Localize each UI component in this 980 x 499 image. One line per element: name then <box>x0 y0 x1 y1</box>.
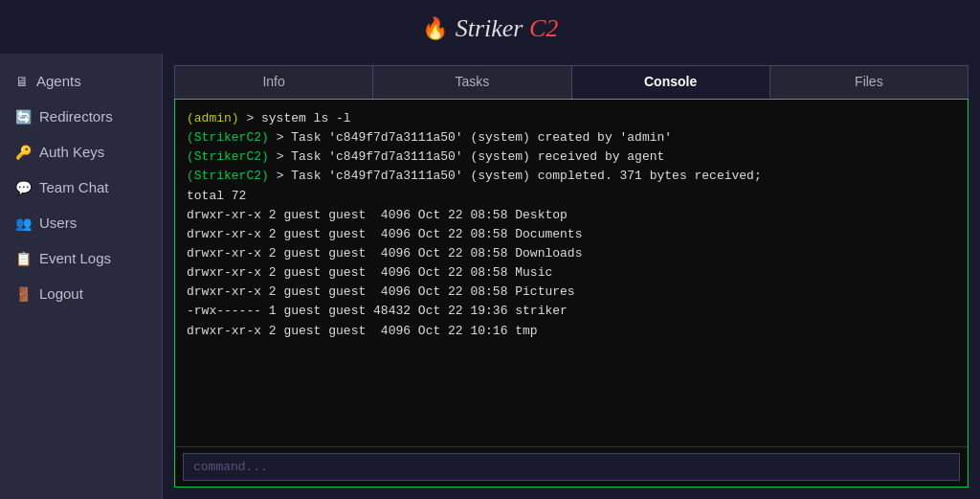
sidebar-item-logout[interactable]: 🚪Logout <box>0 276 162 311</box>
body-row: 🖥Agents🔄Redirectors🔑Auth Keys💬Team Chat👥… <box>0 54 980 499</box>
console-line: drwxr-xr-x 2 guest guest 4096 Oct 22 08:… <box>187 263 956 283</box>
console-line: drwxr-xr-x 2 guest guest 4096 Oct 22 08:… <box>187 244 956 263</box>
title-striker: Striker <box>456 14 529 42</box>
console-output: (admin) > system ls -l(StrikerC2) > Task… <box>175 100 968 446</box>
console-line: (admin) > system ls -l <box>187 109 956 128</box>
main-content: InfoTasksConsoleFiles (admin) > system l… <box>163 54 980 499</box>
app-title: Striker C2 <box>456 14 559 43</box>
title-c2: C2 <box>529 14 558 42</box>
sidebar-item-team-chat[interactable]: 💬Team Chat <box>0 170 162 205</box>
console-line: (StrikerC2) > Task 'c849f7d7a3111a50' (s… <box>187 147 956 167</box>
tab-files[interactable]: Files <box>770 66 968 99</box>
console-line: drwxr-xr-x 2 guest guest 4096 Oct 22 10:… <box>187 322 956 341</box>
app-header: 🔥 Striker C2 <box>0 0 980 54</box>
flame-icon: 🔥 <box>422 16 448 42</box>
console-line: drwxr-xr-x 2 guest guest 4096 Oct 22 08:… <box>187 206 956 225</box>
console-line: (StrikerC2) > Task 'c849f7d7a3111a50' (s… <box>187 167 956 186</box>
tab-tasks[interactable]: Tasks <box>373 66 571 99</box>
users-label: Users <box>39 215 77 231</box>
redirectors-label: Redirectors <box>39 108 113 125</box>
sidebar-item-users[interactable]: 👥Users <box>0 205 162 240</box>
tab-info[interactable]: Info <box>175 66 373 99</box>
sidebar-item-redirectors[interactable]: 🔄Redirectors <box>0 99 162 134</box>
console-line: (StrikerC2) > Task 'c849f7d7a3111a50' (s… <box>187 128 956 147</box>
command-input[interactable] <box>183 453 960 481</box>
team-chat-icon: 💬 <box>15 180 32 195</box>
console-line: total 72 <box>187 187 956 206</box>
console-line: drwxr-xr-x 2 guest guest 4096 Oct 22 08:… <box>187 283 956 302</box>
tab-bar: InfoTasksConsoleFiles <box>174 65 969 99</box>
auth-keys-label: Auth Keys <box>39 144 104 160</box>
users-icon: 👥 <box>15 215 32 231</box>
auth-keys-icon: 🔑 <box>15 145 32 160</box>
event-logs-label: Event Logs <box>39 250 111 266</box>
tab-console[interactable]: Console <box>572 66 770 99</box>
team-chat-label: Team Chat <box>39 179 109 195</box>
sidebar-item-agents[interactable]: 🖥Agents <box>0 63 162 99</box>
logout-icon: 🚪 <box>15 286 32 302</box>
sidebar-item-auth-keys[interactable]: 🔑Auth Keys <box>0 134 162 170</box>
redirectors-icon: 🔄 <box>15 109 32 125</box>
console-input-area <box>175 446 968 487</box>
console-panel: (admin) > system ls -l(StrikerC2) > Task… <box>174 99 969 488</box>
sidebar-item-event-logs[interactable]: 📋Event Logs <box>0 240 162 276</box>
logout-label: Logout <box>39 285 83 302</box>
agents-icon: 🖥 <box>15 74 29 89</box>
event-logs-icon: 📋 <box>15 251 32 266</box>
console-line: -rwx------ 1 guest guest 48432 Oct 22 19… <box>187 302 956 321</box>
agents-label: Agents <box>36 73 81 89</box>
console-line: drwxr-xr-x 2 guest guest 4096 Oct 22 08:… <box>187 225 956 244</box>
sidebar: 🖥Agents🔄Redirectors🔑Auth Keys💬Team Chat👥… <box>0 54 163 499</box>
